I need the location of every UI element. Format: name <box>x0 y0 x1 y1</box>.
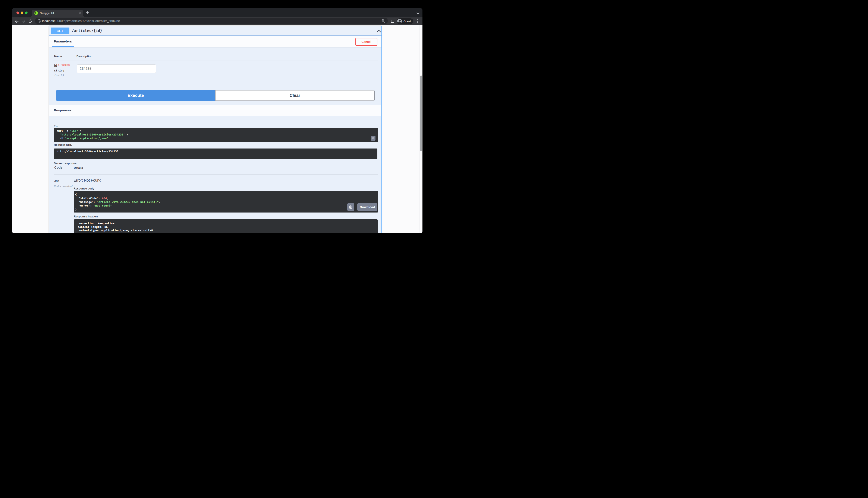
menu-dot <box>417 19 418 20</box>
response-body-label: Response body <box>74 187 94 190</box>
profile-name: Guest <box>404 18 411 24</box>
browser-menu-icon[interactable] <box>417 19 418 23</box>
param-location: (path) <box>54 74 64 77</box>
copy-response-button[interactable] <box>347 204 354 211</box>
curl-command: curl -X 'GET' \ 'http://localhost:3000/a… <box>54 128 378 141</box>
site-info-icon[interactable] <box>38 19 41 24</box>
scrollbar-thumb[interactable] <box>420 76 422 151</box>
minimize-window-button[interactable] <box>21 12 23 14</box>
undocumented-label: Undocumented <box>54 185 73 188</box>
param-description-header: Description <box>76 55 92 58</box>
param-id-input[interactable] <box>77 64 156 73</box>
response-error-text: Error: Not Found <box>74 178 101 183</box>
execute-row: Execute Clear <box>56 90 375 101</box>
swagger-favicon-icon <box>34 11 38 15</box>
server-response-label: Server response <box>54 162 76 165</box>
required-label: required <box>61 63 70 66</box>
new-tab-button[interactable] <box>86 11 89 15</box>
request-url-label: Request URL <box>54 143 72 146</box>
url-text: localhost:3000/api/#/articles/ArticlesCo… <box>42 18 120 24</box>
avatar-shoulders <box>398 22 401 24</box>
operation-path: /articles/{id} <box>72 26 102 36</box>
details-header: Details <box>74 166 83 169</box>
scrollbar-track[interactable] <box>419 25 422 233</box>
code-header: Code <box>54 166 63 169</box>
response-headers-block: connection: keep-alive content-length: 8… <box>74 219 378 233</box>
avatar-head <box>399 19 401 22</box>
forward-button[interactable] <box>21 19 25 23</box>
curl-block: curl -X 'GET' \ 'http://localhost:3000/a… <box>54 128 378 142</box>
request-url-block: http://localhost:3000/articles/234235 <box>54 148 378 159</box>
reload-button[interactable] <box>28 19 32 23</box>
tab-strip: Swagger UI <box>12 8 422 17</box>
browser-toolbar: localhost:3000/api/#/articles/ArticlesCo… <box>12 17 422 25</box>
active-tab-underline <box>52 45 74 47</box>
responses-title: Responses <box>54 105 72 116</box>
url-path: :3000/api/#/articles/ArticlesController_… <box>55 19 120 23</box>
download-button[interactable]: Download <box>357 204 378 211</box>
browser-window: Swagger UI <box>12 8 422 233</box>
response-headers-text: connection: keep-alive content-length: 8… <box>74 219 378 233</box>
table-header-divider <box>53 61 378 61</box>
param-name-header: Name <box>54 55 62 58</box>
response-table-divider <box>54 174 378 175</box>
param-name: id* <box>54 64 59 68</box>
cancel-button[interactable]: Cancel <box>355 38 378 45</box>
opblock-summary[interactable]: GET /articles/{id} <box>49 26 382 36</box>
side-panel-icon[interactable] <box>391 19 394 24</box>
execute-button[interactable]: Execute <box>56 90 215 101</box>
collapse-chevron-icon[interactable] <box>377 29 381 33</box>
address-bar[interactable]: localhost:3000/api/#/articles/ArticlesCo… <box>35 18 388 24</box>
response-code: 404 <box>54 180 59 183</box>
avatar <box>397 19 402 24</box>
tab-title: Swagger UI <box>40 12 54 15</box>
fullscreen-window-button[interactable] <box>25 12 27 14</box>
required-star: * <box>58 64 59 67</box>
method-badge: GET <box>51 27 69 34</box>
zoom-icon[interactable] <box>381 19 385 24</box>
parameters-tab[interactable]: Parameters <box>54 36 72 47</box>
menu-dot <box>417 21 418 22</box>
menu-dot <box>417 23 418 23</box>
param-type: string <box>54 69 64 72</box>
profile-chip[interactable]: Guest <box>396 18 413 24</box>
responses-header: Responses <box>49 105 382 116</box>
tab-search-chevron-icon[interactable] <box>417 11 420 15</box>
page-viewport: GET /articles/{id} Parameters Cancel Nam… <box>12 25 422 233</box>
parameters-header: Parameters Cancel <box>49 36 382 47</box>
tab-close-icon[interactable] <box>78 12 81 15</box>
back-button[interactable] <box>15 19 19 23</box>
url-host: localhost <box>42 19 55 23</box>
response-headers-label: Response headers <box>74 215 99 218</box>
copy-curl-button[interactable] <box>371 136 375 141</box>
response-body-json: { "statusCode": 404, "message": "Article… <box>74 191 378 213</box>
request-url-value: http://localhost:3000/articles/234235 <box>54 148 378 155</box>
opblock-get: GET /articles/{id} Parameters Cancel Nam… <box>49 26 382 233</box>
tab-swagger-ui[interactable]: Swagger UI <box>32 10 83 17</box>
curl-label: Curl <box>54 125 59 128</box>
close-window-button[interactable] <box>16 12 19 14</box>
response-body-block: { "statusCode": 404, "message": "Article… <box>74 191 378 213</box>
clear-button[interactable]: Clear <box>215 90 375 101</box>
